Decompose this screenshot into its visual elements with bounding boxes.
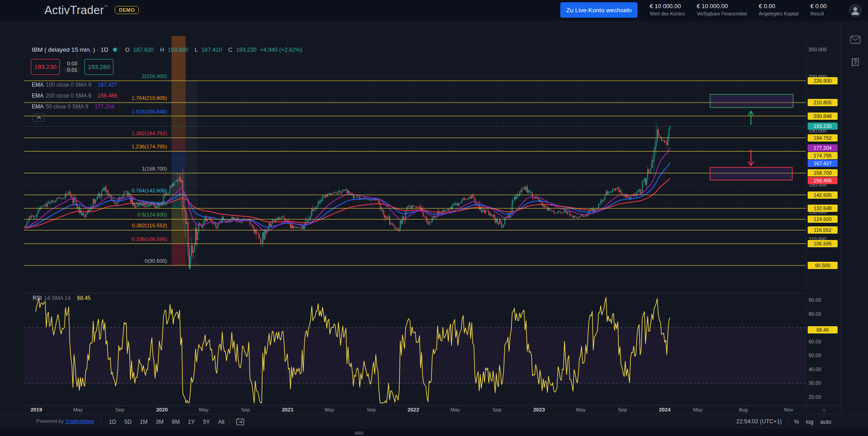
rsi-axis-label: 40.00 xyxy=(809,367,837,372)
time-tick: Sep xyxy=(492,407,501,412)
time-tick: Aug xyxy=(739,407,748,412)
fib-label: 0.5(124.600) xyxy=(68,212,167,217)
price-axis-badge: 156.466 xyxy=(808,177,838,184)
fib-label: 1.618(200.848) xyxy=(68,109,167,114)
rsi-axis-label: 60.00 xyxy=(809,339,837,344)
auto-scale-button[interactable]: auto xyxy=(820,419,831,425)
time-tick: 2021 xyxy=(282,407,294,412)
ema-name: EMA xyxy=(32,93,44,99)
time-tick: May xyxy=(451,407,460,412)
time-tick: 2022 xyxy=(407,407,419,412)
change-value: +4.940 (+2.62%) xyxy=(260,47,302,53)
price-axis-label: 250.000 xyxy=(809,47,837,52)
scale-mode-buttons: % log auto xyxy=(794,414,831,429)
open-value: 187.620 xyxy=(133,47,154,53)
range-6m[interactable]: 6M xyxy=(172,419,180,425)
price-axis-badge: 200.848 xyxy=(808,113,838,120)
legend-title: IBM ( delayed 15 min. ) · 1D xyxy=(32,46,108,53)
tradingview-link[interactable]: TradingView xyxy=(65,418,94,424)
rsi-axis-badge: 68.45 xyxy=(808,326,838,333)
percent-scale-button[interactable]: % xyxy=(794,419,799,425)
time-tick: May xyxy=(199,407,209,412)
close-label: C xyxy=(228,47,232,53)
rsi-legend[interactable]: RSI 14 SMA 14 68.45 xyxy=(33,295,91,301)
spread: 0.03 0.01 xyxy=(60,61,84,73)
symbol-legend[interactable]: IBM ( delayed 15 min. ) · 1D O187.620 H1… xyxy=(32,46,302,53)
ema-params: 100 close 0 SMA 9 xyxy=(46,82,91,88)
rsi-axis-label: 30.00 xyxy=(809,380,837,386)
price-axis-badge: 158.700 xyxy=(808,169,838,176)
range-1y[interactable]: 1Y xyxy=(188,419,195,425)
news-icon[interactable] xyxy=(850,57,861,69)
time-tick: 2020 xyxy=(156,407,168,412)
range-3m[interactable]: 3M xyxy=(156,419,163,425)
spread-high: 0.03 xyxy=(67,61,77,66)
pane-separator[interactable] xyxy=(24,293,806,294)
low-value: 187.410 xyxy=(201,47,222,53)
market-status-dot xyxy=(113,48,117,52)
range-5d[interactable]: 5D xyxy=(124,419,132,425)
ema-legend-row[interactable]: EMA100 close 0 SMA 9167.427 xyxy=(32,79,117,90)
fib-label: 0.618(132.648) xyxy=(68,201,167,206)
time-axis-border xyxy=(24,405,840,406)
time-tick: May xyxy=(576,407,586,412)
go-to-date-icon[interactable] xyxy=(236,418,245,427)
fib-label: 0.764(142.605) xyxy=(68,188,167,193)
price-axis-badge: 226.900 xyxy=(808,77,838,84)
fib-label: 2(226.900) xyxy=(68,73,167,79)
fib-label: 0.236(106.595) xyxy=(68,236,167,242)
rsi-axis-label: 20.00 xyxy=(809,394,837,400)
time-tick: May xyxy=(74,407,83,412)
fib-label: 1(158.700) xyxy=(68,166,167,171)
quote-panel: 193.230 0.03 0.01 193.260 xyxy=(31,59,113,75)
mail-icon[interactable] xyxy=(850,35,861,46)
price-axis-badge: 174.795 xyxy=(808,152,838,159)
open-label: O xyxy=(125,47,130,53)
ema-name: EMA xyxy=(32,103,44,110)
close-value: 193.230 xyxy=(236,47,256,53)
time-tick: Sep xyxy=(115,407,124,412)
range-1d[interactable]: 1D xyxy=(109,419,116,425)
time-tick: Sep xyxy=(618,407,627,412)
footer-divider xyxy=(788,417,789,426)
time-tick: 2023 xyxy=(533,407,545,412)
price-axis-badge: 193.230 xyxy=(808,122,838,130)
date-range-buttons: 1D5D1M3M6M1Y5YAll xyxy=(109,414,225,429)
price-axis-badge: 167.427 xyxy=(808,160,838,167)
rsi-name: RSI xyxy=(33,295,42,301)
range-1m[interactable]: 1M xyxy=(140,419,147,425)
time-tick: Sep xyxy=(241,407,250,412)
legend-collapse-button[interactable] xyxy=(33,113,45,122)
chart-footer: Powered by TradingView 1D5D1M3M6M1Y5YAll… xyxy=(0,414,868,429)
fib-label: 1.382(184.752) xyxy=(68,131,167,136)
buy-button[interactable]: 193.260 xyxy=(84,59,113,75)
rsi-axis-label: 80.00 xyxy=(809,311,837,317)
price-axis-badge: 132.648 xyxy=(808,205,838,212)
range-all[interactable]: All xyxy=(218,419,225,425)
clock[interactable]: 22:54:02 (UTC+1) xyxy=(717,418,782,425)
chart-canvas[interactable] xyxy=(0,0,868,436)
ema-name: EMA xyxy=(32,82,44,88)
ema-value: 167.427 xyxy=(98,82,117,88)
rsi-params: 14 SMA 14 xyxy=(44,295,71,301)
price-axis-badge: 124.600 xyxy=(808,216,838,223)
fib-label: 1.764(210.805) xyxy=(68,95,167,101)
price-axis-badge: 210.805 xyxy=(808,99,838,106)
time-tick: Sep xyxy=(367,407,376,412)
activtrader-app: ActivTrader™ DEMO Zu Live-Konto wechseln… xyxy=(0,0,868,436)
price-axis-border xyxy=(806,35,806,414)
rsi-axis-label: 90.00 xyxy=(809,297,837,303)
spread-low: 0.01 xyxy=(64,67,80,73)
range-5y[interactable]: 5Y xyxy=(203,419,210,425)
rsi-value: 68.45 xyxy=(77,295,91,301)
sell-button[interactable]: 193.230 xyxy=(31,59,60,75)
price-axis-badge: 90.500 xyxy=(808,262,838,269)
session-sun-icon[interactable]: ☼ xyxy=(821,406,827,413)
time-tick: May xyxy=(325,407,334,412)
panel-drag-handle[interactable] xyxy=(355,431,363,435)
time-tick: May xyxy=(693,407,703,412)
footer-divider xyxy=(229,417,230,426)
rsi-axis-label: 50.00 xyxy=(809,353,837,358)
log-scale-button[interactable]: log xyxy=(806,419,814,425)
time-tick: 2019 xyxy=(30,407,42,412)
